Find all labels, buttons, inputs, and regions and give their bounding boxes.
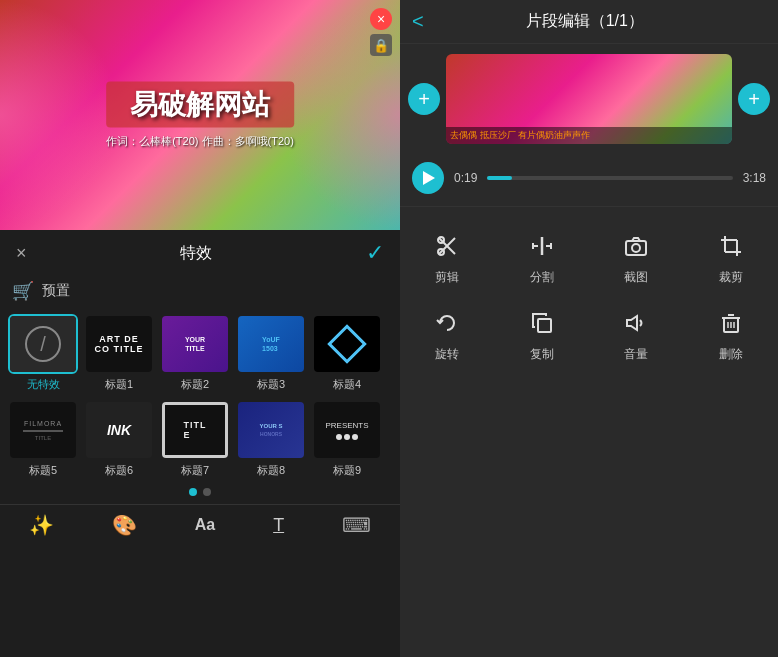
effect-thumb-diamond — [312, 314, 382, 374]
action-crop[interactable]: 裁剪 — [684, 221, 779, 298]
effect-item-ink[interactable]: INK 标题6 — [84, 400, 154, 480]
effect-thumb-filmora: FILMORA TITLE — [8, 400, 78, 460]
action-copy[interactable]: 复制 — [495, 298, 590, 375]
bottom-toolbar: ✨ 🎨 Aa T ⌨ — [0, 504, 400, 543]
dot-2[interactable] — [203, 488, 211, 496]
volume-icon — [623, 310, 649, 340]
add-clip-right-button[interactable]: + — [738, 83, 770, 115]
artde-preview: ART DECO TITLE — [86, 316, 152, 372]
play-button[interactable] — [412, 162, 444, 194]
preset-row: 🛒 预置 — [0, 276, 400, 310]
effect-item-artde[interactable]: ART DECO TITLE 标题1 — [84, 314, 154, 394]
effect-thumb-none: / — [8, 314, 78, 374]
camera-icon — [623, 233, 649, 263]
text2-button[interactable]: T — [273, 515, 284, 536]
watermark-text: 易破解网站 — [106, 82, 294, 128]
confirm-effects-button[interactable]: ✓ — [366, 240, 384, 266]
effect-label-youf: 标题3 — [257, 377, 285, 392]
none-circle-icon: / — [25, 326, 61, 362]
time-current: 0:19 — [454, 171, 477, 185]
keyboard-icon: ⌨ — [342, 513, 371, 537]
action-rotate[interactable]: 旋转 — [400, 298, 495, 375]
effects-panel: × 特效 ✓ 🛒 预置 / 无特效 ART DECO TITLE — [0, 230, 400, 657]
svg-marker-15 — [627, 316, 637, 330]
timeline-progress — [487, 176, 512, 180]
effect-label-artde: 标题1 — [105, 377, 133, 392]
keyboard-button[interactable]: ⌨ — [342, 513, 371, 537]
divider — [400, 206, 778, 207]
preset-label: 预置 — [42, 282, 70, 300]
yourtitle-preview: YOURTITLE — [162, 316, 228, 372]
play-icon — [423, 171, 435, 185]
flower-decoration-left — [0, 0, 120, 230]
timeline[interactable] — [487, 176, 732, 180]
effect-item-yours[interactable]: YOUR S HONORS 标题8 — [236, 400, 306, 480]
action-cut[interactable]: 剪辑 — [400, 221, 495, 298]
effect-item-none[interactable]: / 无特效 — [8, 314, 78, 394]
effect-item-presents[interactable]: PRESENTS 标题9 — [312, 400, 382, 480]
yours-preview: YOUR S HONORS — [238, 402, 304, 458]
action-label-crop: 裁剪 — [719, 269, 743, 286]
effect-label-presents: 标题9 — [333, 463, 361, 478]
action-screenshot[interactable]: 截图 — [589, 221, 684, 298]
video-preview: 易破解网站 作词：么棒棒(T20) 作曲：多啊哦(T20) × 🔒 — [0, 0, 400, 230]
right-title: 片段编辑（1/1） — [432, 11, 738, 32]
effect-item-filmora[interactable]: FILMORA TITLE 标题5 — [8, 400, 78, 480]
palette-button[interactable]: 🎨 — [112, 513, 137, 537]
effect-thumb-artde: ART DECO TITLE — [84, 314, 154, 374]
effect-item-yourtitle[interactable]: YOURTITLE 标题2 — [160, 314, 230, 394]
action-delete[interactable]: 删除 — [684, 298, 779, 375]
svg-rect-14 — [538, 319, 551, 332]
scissors-icon — [434, 233, 460, 263]
cart-icon: 🛒 — [12, 280, 34, 302]
diamond-icon — [327, 324, 367, 364]
effects-header: × 特效 ✓ — [0, 230, 400, 276]
effect-item-titleframe[interactable]: TITLE 标题7 — [160, 400, 230, 480]
time-total: 3:18 — [743, 171, 766, 185]
effect-thumb-yourtitle: YOURTITLE — [160, 314, 230, 374]
effect-item-youf[interactable]: YoUF1503 标题3 — [236, 314, 306, 394]
add-clip-left-button[interactable]: + — [408, 83, 440, 115]
copy-icon — [529, 310, 555, 340]
clip-subtitle-overlay: 去偶偶 抵压沙厂 有片偶奶油声声作 — [446, 127, 732, 144]
right-header: < 片段编辑（1/1） — [400, 0, 778, 44]
action-split[interactable]: 分割 — [495, 221, 590, 298]
effect-label-none: 无特效 — [27, 377, 60, 392]
ink-preview: INK — [86, 402, 152, 458]
text2-icon: T — [273, 515, 284, 536]
action-label-rotate: 旋转 — [435, 346, 459, 363]
crop-icon — [718, 233, 744, 263]
lock-button[interactable]: 🔒 — [370, 34, 392, 56]
action-volume[interactable]: 音量 — [589, 298, 684, 375]
youf-preview: YoUF1503 — [238, 316, 304, 372]
effect-thumb-youf: YoUF1503 — [236, 314, 306, 374]
palette-icon: 🎨 — [112, 513, 137, 537]
right-panel: < 片段编辑（1/1） + 去偶偶 抵压沙厂 有片偶奶油声声作 + 0:19 3… — [400, 0, 778, 657]
close-effects-button[interactable]: × — [16, 243, 27, 264]
text-button[interactable]: Aa — [195, 516, 215, 534]
diamond-preview — [314, 316, 380, 372]
back-button[interactable]: < — [412, 10, 424, 33]
svg-point-8 — [632, 244, 640, 252]
playback-bar: 0:19 3:18 — [400, 154, 778, 202]
effects-grid: / 无特效 ART DECO TITLE 标题1 YOURTITLE — [0, 310, 400, 484]
effect-item-diamond[interactable]: 标题4 — [312, 314, 382, 394]
effect-label-yours: 标题8 — [257, 463, 285, 478]
titleframe-preview: TITLE — [162, 402, 228, 458]
dot-1[interactable] — [189, 488, 197, 496]
action-label-copy: 复制 — [530, 346, 554, 363]
effect-thumb-ink: INK — [84, 400, 154, 460]
video-overlay: 易破解网站 作词：么棒棒(T20) 作曲：多啊哦(T20) — [106, 82, 294, 149]
effects-title: 特效 — [180, 243, 212, 264]
effect-thumb-presents: PRESENTS — [312, 400, 382, 460]
clip-thumbnail: 去偶偶 抵压沙厂 有片偶奶油声声作 — [446, 54, 732, 144]
split-icon — [529, 233, 555, 263]
effect-label-titleframe: 标题7 — [181, 463, 209, 478]
magic-button[interactable]: ✨ — [29, 513, 54, 537]
action-label-volume: 音量 — [624, 346, 648, 363]
action-label-screenshot: 截图 — [624, 269, 648, 286]
clip-thumbnails: + 去偶偶 抵压沙厂 有片偶奶油声声作 + — [400, 44, 778, 154]
close-overlay-button[interactable]: × — [370, 8, 392, 30]
effect-label-diamond: 标题4 — [333, 377, 361, 392]
video-background: 易破解网站 作词：么棒棒(T20) 作曲：多啊哦(T20) — [0, 0, 400, 230]
